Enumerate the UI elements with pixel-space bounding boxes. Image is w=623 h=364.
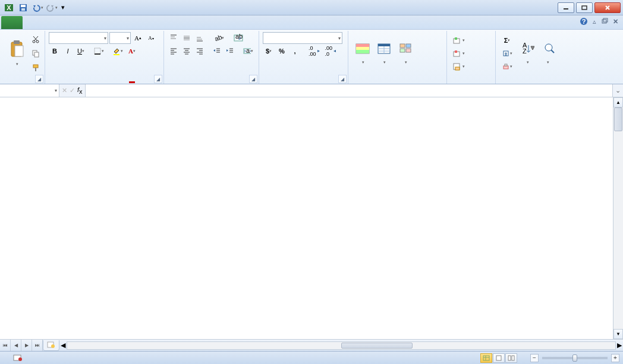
accounting-format-icon[interactable]: $ — [263, 45, 275, 57]
zoom-in-button[interactable]: + — [611, 354, 619, 362]
comma-format-icon[interactable]: , — [289, 45, 301, 57]
delete-cells-button[interactable] — [451, 48, 493, 59]
prev-sheet-icon[interactable]: ◀ — [11, 340, 21, 351]
border-button[interactable] — [92, 45, 106, 57]
wrap-text-icon[interactable]: ab — [232, 32, 245, 44]
decrease-decimal-icon[interactable]: .00.0 — [323, 45, 339, 57]
number-launcher[interactable]: ◢ — [338, 75, 347, 83]
number-format-combo[interactable] — [263, 32, 342, 44]
svg-rect-21 — [34, 52, 39, 57]
format-painter-icon[interactable] — [30, 62, 42, 74]
insert-function-icon[interactable]: fx — [77, 86, 83, 95]
horizontal-scrollbar[interactable] — [67, 341, 616, 350]
svg-rect-63 — [356, 50, 369, 53]
font-launcher[interactable]: ◢ — [154, 75, 162, 83]
scroll-right-icon[interactable]: ▶ — [617, 341, 622, 349]
svg-rect-96 — [512, 356, 514, 360]
last-sheet-icon[interactable]: ⏭ — [32, 340, 43, 351]
align-center-icon[interactable] — [181, 45, 193, 57]
enter-formula-icon[interactable]: ✓ — [70, 87, 75, 94]
svg-rect-6 — [582, 6, 587, 10]
orientation-icon[interactable]: ab — [212, 32, 226, 44]
decrease-indent-icon[interactable] — [211, 45, 223, 57]
increase-decimal-icon[interactable]: .0.00 — [307, 45, 322, 57]
copy-icon[interactable] — [30, 48, 42, 59]
bold-button[interactable]: B — [49, 45, 61, 57]
italic-button[interactable]: I — [62, 45, 74, 57]
sort-filter-button[interactable]: AZ — [517, 32, 537, 75]
svg-rect-24 — [95, 48, 100, 54]
scroll-up-icon[interactable]: ▲ — [613, 97, 623, 107]
svg-rect-3 — [21, 5, 26, 7]
underline-button[interactable]: U — [75, 45, 87, 57]
format-cells-button[interactable] — [451, 61, 493, 72]
scroll-left-icon[interactable]: ◀ — [61, 341, 65, 349]
minimize-button[interactable] — [558, 2, 574, 13]
help-icon[interactable]: ? — [580, 17, 588, 26]
align-bottom-icon[interactable] — [194, 32, 206, 44]
file-tab[interactable] — [1, 16, 23, 29]
scroll-thumb-v[interactable] — [614, 107, 622, 131]
fill-color-button[interactable] — [111, 45, 125, 57]
align-middle-icon[interactable] — [181, 32, 193, 44]
undo-icon[interactable] — [31, 1, 44, 14]
maximize-button[interactable] — [576, 2, 593, 13]
ribbon: ◢ A▴ A▾ B I U A ◢ ab — [0, 30, 623, 84]
normal-view-button[interactable] — [480, 353, 492, 363]
close-button[interactable] — [594, 2, 621, 13]
grow-font-icon[interactable]: A▴ — [132, 32, 144, 44]
scroll-down-icon[interactable]: ▼ — [613, 329, 623, 339]
merge-center-icon[interactable]: a — [241, 45, 255, 57]
svg-rect-4 — [21, 8, 25, 11]
minimize-ribbon-icon[interactable]: ▵ — [593, 18, 596, 26]
clipboard-launcher[interactable]: ◢ — [35, 75, 43, 83]
excel-icon[interactable]: X — [2, 1, 15, 14]
qat-customize-icon[interactable]: ▾ — [59, 1, 67, 14]
doc-restore-icon[interactable] — [601, 18, 608, 25]
format-as-table-button[interactable] — [373, 32, 395, 75]
macro-record-icon[interactable] — [13, 353, 23, 363]
align-right-icon[interactable] — [194, 45, 206, 57]
svg-text:Z: Z — [523, 48, 527, 55]
percent-format-icon[interactable]: % — [276, 45, 288, 57]
next-sheet-icon[interactable]: ▶ — [21, 340, 32, 351]
page-layout-view-button[interactable] — [493, 353, 505, 363]
svg-point-17 — [36, 40, 39, 43]
paste-button[interactable] — [6, 32, 29, 75]
autosum-button[interactable]: Σ — [499, 34, 515, 46]
font-size-combo[interactable] — [109, 32, 131, 44]
shrink-font-icon[interactable]: A▾ — [145, 32, 157, 44]
formula-input[interactable] — [86, 84, 612, 97]
fill-button[interactable] — [499, 48, 515, 59]
cell-styles-button[interactable] — [395, 32, 416, 75]
scroll-thumb-h[interactable] — [341, 343, 413, 349]
alignment-launcher[interactable]: ◢ — [249, 75, 257, 83]
vertical-scrollbar[interactable]: ▲ ▼ — [613, 97, 623, 339]
new-sheet-button[interactable] — [43, 340, 59, 351]
svg-text:ab: ab — [213, 34, 222, 42]
align-left-icon[interactable] — [168, 45, 180, 57]
zoom-out-button[interactable]: − — [530, 354, 539, 362]
spreadsheet-grid[interactable] — [0, 97, 613, 339]
svg-rect-62 — [356, 47, 369, 50]
font-name-combo[interactable] — [49, 32, 108, 44]
zoom-slider[interactable] — [542, 357, 608, 359]
insert-cells-button[interactable] — [451, 34, 493, 46]
doc-close-icon[interactable]: ✕ — [613, 18, 618, 26]
cancel-formula-icon[interactable]: ✕ — [62, 87, 67, 94]
save-icon[interactable] — [17, 1, 30, 14]
conditional-formatting-button[interactable] — [352, 32, 373, 75]
align-top-icon[interactable] — [168, 32, 180, 44]
name-box[interactable] — [0, 84, 59, 97]
font-color-button[interactable]: A — [126, 45, 138, 57]
clear-button[interactable] — [499, 61, 515, 72]
expand-formula-bar[interactable]: ⌄ — [612, 84, 623, 97]
zoom-knob[interactable] — [572, 354, 577, 362]
cut-icon[interactable] — [30, 33, 42, 45]
page-break-view-button[interactable] — [505, 353, 517, 363]
find-select-button[interactable] — [537, 32, 558, 75]
increase-indent-icon[interactable] — [224, 45, 236, 57]
svg-rect-69 — [400, 44, 405, 48]
redo-icon[interactable] — [45, 1, 58, 14]
first-sheet-icon[interactable]: ⏮ — [0, 340, 11, 351]
